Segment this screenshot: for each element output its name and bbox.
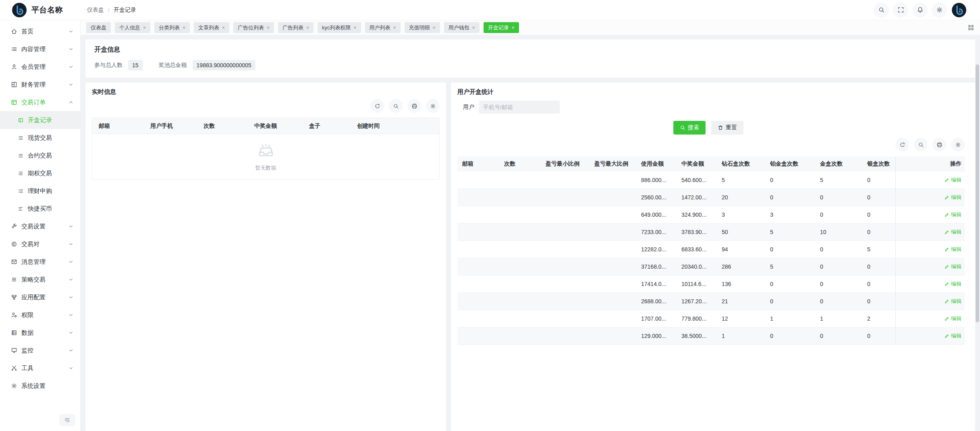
settings-button[interactable] (932, 2, 947, 18)
sidebar-subitem-option-trade[interactable]: 期权交易 (0, 164, 80, 182)
sidebar-subitem-quick-buy[interactable]: 快捷买币 (0, 200, 80, 218)
tab-category-list[interactable]: 分类列表× (154, 22, 190, 33)
tab-dashboard[interactable]: 仪表盘 (86, 22, 111, 33)
user-avatar[interactable] (952, 3, 966, 17)
edit-button[interactable]: 编辑 (944, 228, 961, 236)
edit-button[interactable]: 编辑 (944, 176, 961, 184)
pencil-icon (944, 230, 949, 235)
column-header: 银盒次数 (862, 156, 895, 172)
search-submit-button[interactable]: 搜索 (673, 121, 706, 135)
refresh-button[interactable] (895, 138, 909, 151)
edit-button[interactable]: 编辑 (944, 211, 961, 218)
print-button[interactable] (932, 138, 946, 151)
cell-diamond-box: 94 (717, 241, 765, 258)
close-icon[interactable]: × (222, 25, 225, 30)
sidebar-item-permissions[interactable]: 权限 (0, 306, 80, 324)
cell-won-amount: 779.800... (677, 310, 717, 327)
column-header: 次数 (197, 122, 248, 130)
sidebar-item-finance[interactable]: 财务管理 (0, 76, 80, 93)
sidebar-item-data[interactable]: 数据 (0, 324, 80, 342)
sidebar-item-strategy-trade[interactable]: 策略交易 (0, 271, 80, 288)
cell-platinum-box: 0 (765, 327, 815, 344)
breadcrumb-dashboard[interactable]: 仪表盘 (87, 6, 104, 14)
close-icon[interactable]: × (306, 25, 309, 30)
page-scrollbar[interactable] (976, 37, 979, 429)
sidebar-item-home[interactable]: 首页 (0, 23, 80, 40)
sidebar-item-trade-pairs[interactable]: 交易对 (0, 235, 80, 253)
sidebar-item-trade-orders[interactable]: 交易订单 (0, 93, 80, 111)
gear-icon (11, 383, 17, 389)
sidebar-subitem-contract-trade[interactable]: 合约交易 (0, 147, 80, 164)
cell-min-ratio (541, 206, 590, 223)
cell-platinum-box: 0 (765, 276, 815, 292)
sidebar-item-label: 交易对 (21, 240, 68, 248)
column-settings-button[interactable] (426, 99, 440, 113)
sidebar-item-label: 权限 (21, 311, 68, 319)
finance-icon (11, 81, 17, 88)
tab-profile[interactable]: 个人信息× (115, 22, 150, 33)
tab-user-list[interactable]: 用户列表× (365, 22, 401, 33)
close-icon[interactable]: × (267, 25, 270, 30)
edit-button[interactable]: 编辑 (944, 194, 961, 201)
cell-min-ratio (541, 241, 590, 258)
close-icon[interactable]: × (354, 25, 357, 30)
cell-won-amount: 3783.90... (677, 224, 717, 240)
edit-button[interactable]: 编辑 (944, 332, 961, 340)
column-settings-button[interactable] (951, 138, 965, 151)
notifications-button[interactable] (912, 2, 928, 18)
field-label: 奖池总金额 (159, 62, 187, 69)
edit-button[interactable]: 编辑 (944, 280, 961, 288)
sidebar-item-tools[interactable]: 工具 (0, 359, 80, 377)
edit-button[interactable]: 编辑 (944, 246, 961, 253)
user-search-input[interactable] (479, 101, 560, 114)
sidebar-subitem-spot-trade[interactable]: 现货交易 (0, 129, 80, 147)
close-icon[interactable]: × (433, 25, 436, 30)
cell-max-ratio (590, 293, 636, 310)
search-button[interactable] (389, 99, 403, 113)
pencil-icon (944, 195, 949, 200)
close-icon[interactable]: × (512, 25, 515, 30)
sidebar-collapse-button[interactable] (59, 414, 75, 426)
sidebar-subitem-wealth-subscribe[interactable]: 理财申购 (0, 182, 80, 200)
user-stats-panel: 用户开盒统计 用户 搜索 重置 (451, 83, 975, 431)
tab-recharge-detail[interactable]: 充值明细× (405, 22, 440, 33)
tab-ad-list[interactable]: 广告列表× (278, 22, 314, 33)
refresh-button[interactable] (370, 99, 384, 113)
close-icon[interactable]: × (143, 25, 146, 30)
fullscreen-button[interactable] (893, 2, 908, 18)
print-button[interactable] (407, 99, 421, 113)
reset-button[interactable]: 重置 (711, 121, 743, 135)
sidebar-item-members[interactable]: 会员管理 (0, 58, 80, 76)
search-button[interactable] (874, 2, 889, 18)
close-icon[interactable]: × (472, 25, 475, 30)
user-stats-title: 用户开盒统计 (457, 88, 965, 96)
cell-email (457, 189, 499, 206)
sidebar-item-app-config[interactable]: 应用配置 (0, 288, 80, 306)
sidebar-item-trade-settings[interactable]: 交易设置 (0, 218, 80, 235)
edit-button[interactable]: 编辑 (944, 298, 961, 305)
cell-used-amount: 129.000... (636, 327, 677, 344)
scrollbar-thumb[interactable] (976, 64, 979, 322)
search-button[interactable] (914, 138, 928, 151)
sidebar-item-monitor[interactable]: 监控 (0, 342, 80, 359)
edit-button[interactable]: 编辑 (944, 263, 961, 270)
close-icon[interactable]: × (183, 25, 185, 30)
tab-kyc-list[interactable]: kyc列表权限× (318, 22, 361, 33)
cell-silver-box: 0 (862, 276, 895, 292)
sidebar-subitem-label: 期权交易 (28, 170, 52, 177)
column-header: 使用金额 (636, 156, 677, 172)
user-gear-icon (11, 312, 17, 318)
cell-email (457, 206, 499, 223)
tab-options-grid-icon[interactable] (968, 24, 974, 31)
sidebar-subitem-open-box-records[interactable]: 开盒记录 (0, 111, 80, 129)
tab-ad-slot-list[interactable]: 广告位列表× (233, 22, 274, 33)
sidebar-item-content[interactable]: 内容管理 (0, 40, 80, 58)
tab-article-list[interactable]: 文章列表× (194, 22, 229, 33)
tab-open-box-records[interactable]: 开盒记录× (484, 22, 519, 33)
tab-user-wallet[interactable]: 用户钱包× (444, 22, 480, 33)
close-icon[interactable]: × (393, 25, 396, 30)
sidebar-item-system-settings[interactable]: 系统设置 (0, 377, 80, 395)
sidebar-item-messages[interactable]: 消息管理 (0, 253, 80, 271)
edit-button[interactable]: 编辑 (944, 315, 961, 322)
tab-label: 广告位列表 (238, 24, 264, 31)
